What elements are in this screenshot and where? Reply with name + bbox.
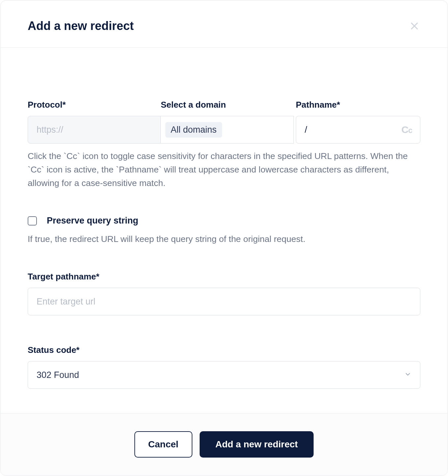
domain-column: Select a domain All domains	[161, 100, 294, 144]
pathname-input[interactable]	[305, 125, 411, 135]
url-row: Protocol* https:// Select a domain All d…	[28, 100, 420, 144]
preserve-help-text: If true, the redirect URL will keep the …	[28, 232, 420, 246]
protocol-column: Protocol* https://	[28, 100, 161, 144]
preserve-section: Preserve query string If true, the redir…	[28, 216, 420, 246]
status-select[interactable]: 302 Found	[28, 361, 420, 389]
protocol-input: https://	[28, 116, 161, 144]
target-label: Target pathname*	[28, 272, 420, 282]
protocol-label: Protocol*	[28, 100, 161, 110]
pathname-input-wrapper: Cc	[296, 116, 420, 144]
target-section: Target pathname*	[28, 272, 420, 315]
pathname-column: Pathname* Cc	[296, 100, 420, 144]
chevron-down-icon	[404, 370, 411, 380]
modal-footer: Cancel Add a new redirect	[1, 413, 447, 475]
close-button[interactable]	[408, 20, 420, 32]
modal-body: Protocol* https:// Select a domain All d…	[1, 48, 447, 413]
protocol-value: https://	[37, 125, 63, 135]
preserve-checkbox-row: Preserve query string	[28, 216, 420, 226]
case-sensitivity-toggle[interactable]: Cc	[402, 124, 412, 135]
status-section: Status code* 302 Found	[28, 345, 420, 389]
domain-select[interactable]: All domains	[161, 116, 294, 144]
url-help-text: Click the `Cc` icon to toggle case sensi…	[28, 149, 420, 190]
domain-chip: All domains	[165, 122, 222, 138]
target-input[interactable]	[28, 288, 420, 315]
status-value: 302 Found	[37, 370, 79, 380]
submit-button[interactable]: Add a new redirect	[200, 431, 314, 458]
close-icon	[409, 21, 419, 31]
preserve-checkbox[interactable]	[28, 216, 37, 225]
modal-header: Add a new redirect	[1, 1, 447, 48]
status-label: Status code*	[28, 345, 420, 355]
preserve-label: Preserve query string	[47, 216, 138, 226]
modal-title: Add a new redirect	[28, 19, 134, 33]
pathname-label: Pathname*	[296, 100, 420, 110]
domain-label: Select a domain	[161, 100, 294, 110]
cancel-button[interactable]: Cancel	[134, 431, 192, 458]
add-redirect-modal: Add a new redirect Protocol* https:// Se…	[0, 0, 448, 476]
